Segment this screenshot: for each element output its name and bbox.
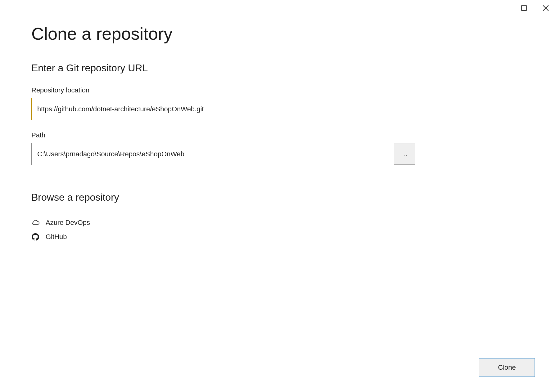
provider-github-label: GitHub bbox=[46, 233, 67, 241]
cloud-icon bbox=[31, 219, 39, 227]
path-label: Path bbox=[31, 131, 529, 139]
page-title: Clone a repository bbox=[31, 24, 529, 44]
path-input[interactable] bbox=[31, 143, 382, 165]
browse-path-button[interactable]: ... bbox=[394, 144, 415, 165]
provider-azure-devops[interactable]: Azure DevOps bbox=[31, 216, 529, 230]
clone-button[interactable]: Clone bbox=[479, 358, 535, 377]
section-browse-heading: Browse a repository bbox=[31, 192, 529, 203]
provider-github[interactable]: GitHub bbox=[31, 230, 529, 244]
section-url-heading: Enter a Git repository URL bbox=[31, 62, 529, 74]
repository-location-label: Repository location bbox=[31, 86, 529, 94]
enter-url-section: Enter a Git repository URL Repository lo… bbox=[31, 62, 529, 165]
browse-repository-section: Browse a repository Azure DevOps GitHub bbox=[31, 192, 529, 244]
repository-location-input[interactable] bbox=[31, 98, 382, 120]
github-icon bbox=[31, 233, 39, 241]
provider-azure-label: Azure DevOps bbox=[46, 219, 90, 227]
